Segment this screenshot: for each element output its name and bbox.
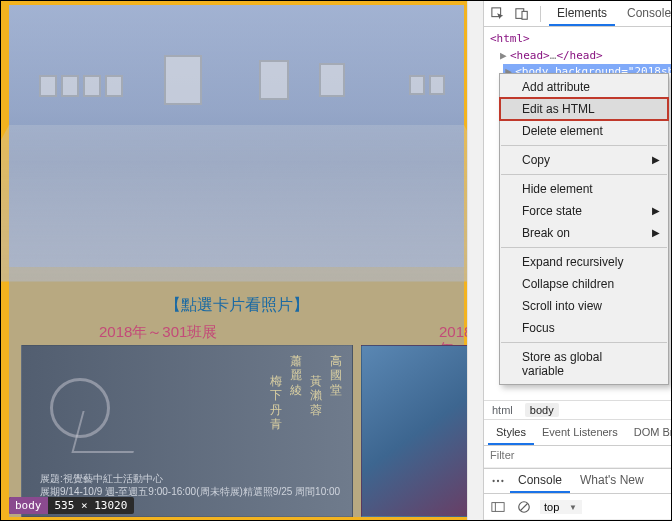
tab-elements[interactable]: Elements [549, 1, 615, 26]
menu-copy[interactable]: Copy▶ [500, 149, 668, 171]
sidebar-toggle-icon[interactable] [488, 497, 508, 517]
menu-focus[interactable]: Focus [500, 317, 668, 339]
tab-whats-new[interactable]: What's New [572, 469, 652, 493]
gallery-pano [9, 5, 464, 267]
svg-point-5 [501, 480, 503, 482]
crumb-item[interactable]: body [525, 403, 559, 417]
tab-console-drawer[interactable]: Console [510, 469, 570, 493]
art-frame [409, 75, 425, 95]
menu-edit-as-html[interactable]: Edit as HTML [500, 98, 668, 120]
menu-break-on[interactable]: Break on▶ [500, 222, 668, 244]
context-select[interactable]: top [540, 500, 582, 514]
menu-hide-element[interactable]: Hide element [500, 178, 668, 200]
styles-tabs: Styles Event Listeners DOM Break [484, 420, 672, 446]
clear-console-icon[interactable] [514, 497, 534, 517]
card-title: 梅下丹青 [270, 374, 286, 432]
scrollbar-track[interactable] [467, 1, 483, 520]
dom-tree[interactable]: <html> ▶<head>…</head> … ▶<body backgrou… [484, 27, 672, 73]
console-toolbar: top [484, 494, 672, 520]
photo-card[interactable] [361, 345, 467, 517]
menu-expand-recursively[interactable]: Expand recursively [500, 251, 668, 273]
chevron-right-icon: ▶ [652, 227, 660, 238]
menu-collapse-children[interactable]: Collapse children [500, 273, 668, 295]
svg-rect-6 [492, 502, 504, 511]
art-frame [105, 75, 123, 97]
art-frame [429, 75, 445, 95]
tab-event-listeners[interactable]: Event Listeners [534, 420, 626, 445]
inspect-icon[interactable] [488, 4, 508, 24]
svg-line-9 [521, 503, 528, 510]
menu-add-attribute[interactable]: Add attribute [500, 76, 668, 98]
tooltip-dimensions: 535 × 13020 [48, 497, 135, 514]
art-frame [83, 75, 101, 97]
more-icon[interactable] [488, 471, 508, 491]
tab-dom-breakpoints[interactable]: DOM Break [626, 420, 672, 445]
tab-styles[interactable]: Styles [488, 420, 534, 445]
device-toggle-icon[interactable] [512, 4, 532, 24]
year-label: 2018年～301班展 [99, 323, 217, 342]
svg-point-3 [497, 480, 499, 482]
art-frame [39, 75, 57, 97]
svg-point-4 [492, 480, 494, 482]
svg-rect-2 [522, 11, 527, 19]
menu-delete-element[interactable]: Delete element [500, 120, 668, 142]
artist-name: 高國堂 [330, 354, 346, 397]
page-viewport: 【點選卡片看照片】 2018年～301班展 2018年 高國堂 黃瀨蓉 蕭麗綾 … [1, 1, 467, 520]
artist-name: 黃瀨蓉 [310, 374, 326, 417]
menu-store-global[interactable]: Store as global variable [500, 346, 668, 382]
menu-scroll-into-view[interactable]: Scroll into view [500, 295, 668, 317]
menu-force-state[interactable]: Force state▶ [500, 200, 668, 222]
art-frame [259, 60, 289, 100]
art-frame [319, 63, 345, 97]
element-tooltip: body 535 × 13020 [9, 497, 134, 514]
instruction-text: 【點選卡片看照片】 [9, 295, 464, 316]
tooltip-tag: body [9, 497, 48, 514]
crumb-item[interactable]: html [492, 404, 513, 416]
photo-card[interactable]: 高國堂 黃瀨蓉 蕭麗綾 梅下丹青 展題:視覺藝中紅士活動中心 展期9/14-10… [21, 345, 353, 517]
card-logo-icon [50, 378, 110, 438]
artist-name: 蕭麗綾 [290, 354, 306, 397]
chevron-right-icon: ▶ [652, 205, 660, 216]
art-frame [61, 75, 79, 97]
context-menu: Add attribute Edit as HTML Delete elemen… [499, 73, 669, 385]
devtools-toolbar: Elements Console [484, 1, 672, 27]
art-frame [164, 55, 202, 105]
card-caption: 展題:視覺藝中紅士活動中心 展期9/14-10/9 週-至週五9:00-16:0… [40, 472, 340, 498]
breadcrumb[interactable]: html body [484, 400, 672, 420]
drawer-tabs: Console What's New [484, 468, 672, 494]
tab-console[interactable]: Console [619, 1, 672, 26]
inspect-highlight-overlay: 【點選卡片看照片】 2018年～301班展 2018年 高國堂 黃瀨蓉 蕭麗綾 … [9, 5, 464, 517]
filter-input[interactable] [490, 449, 672, 461]
chevron-right-icon: ▶ [652, 154, 660, 165]
